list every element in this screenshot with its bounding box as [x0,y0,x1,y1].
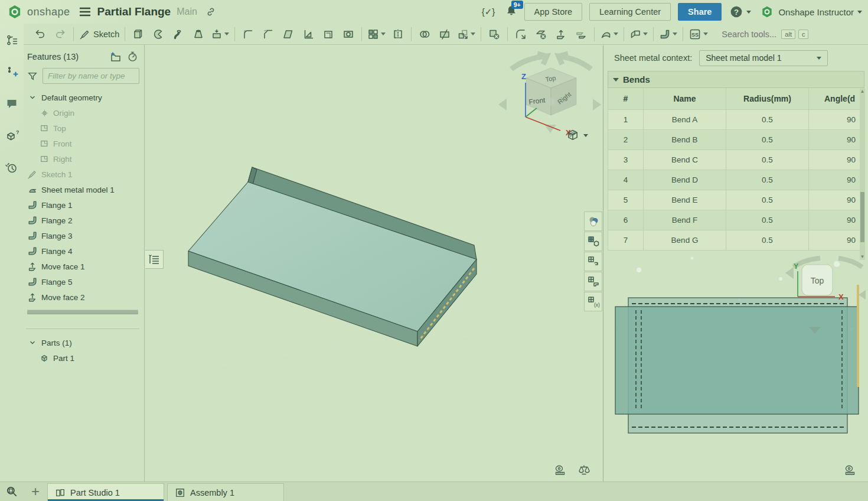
flat-measure-icon[interactable] [843,463,858,477]
history-button[interactable] [4,160,20,176]
feature-right[interactable]: Right [26,151,139,167]
search-tools-input[interactable] [722,30,778,39]
feature-flange-4[interactable]: Flange 4 [26,243,139,259]
feature-flange-3[interactable]: Flange 3 [26,228,139,243]
redo-button[interactable] [51,26,69,43]
share-button[interactable]: Share [678,3,722,21]
feature-move-face-2[interactable]: Move face 2 [26,289,139,305]
delete-part-button[interactable] [485,26,503,43]
onshape-logo-icon[interactable] [7,4,22,19]
thicken-button[interactable] [210,26,230,43]
bend-row-bend-f[interactable]: 6Bend F0.590 [608,210,864,230]
bend-row-bend-e[interactable]: 5Bend E0.590 [608,190,864,210]
transform-caret-icon[interactable] [471,32,475,35]
flat-view-cube[interactable]: Top [802,265,833,295]
hole-button[interactable] [340,26,357,43]
workspace-name[interactable]: Main [177,6,197,17]
flat-x-button[interactable]: (x) [584,292,602,311]
user-menu[interactable]: Onshape Instructor [761,5,862,18]
linear-pattern-caret-icon[interactable] [381,32,386,35]
scrollbar-thumb[interactable] [860,192,864,242]
versions-button[interactable] [4,32,20,48]
sheet-metal-button[interactable] [628,26,649,43]
modify-fillet-button[interactable] [512,26,530,43]
flat-pattern-shape[interactable] [615,285,859,433]
bend-row-bend-d[interactable]: 4Bend D0.590 [608,170,864,190]
fillet-button[interactable] [239,26,257,43]
part-1-model[interactable]: Top Front Right Z X [145,45,602,482]
flange-button[interactable] [658,26,678,43]
feature-sheet-metal-model-1[interactable]: Sheet metal model 1 [26,182,139,197]
thicken-caret-icon[interactable] [224,32,229,35]
help-menu[interactable]: ? [730,5,751,18]
draft-button[interactable] [279,26,297,43]
rib-button[interactable] [299,26,317,43]
sheet-metal-context-select[interactable]: Sheet metal model 1 [699,50,828,66]
search-tabs-button[interactable] [0,482,24,501]
extrude-button[interactable] [129,26,147,43]
move-face-button[interactable] [552,26,570,43]
help-cube-button[interactable]: ? [4,128,20,144]
sheet-metal-caret-icon[interactable] [643,32,648,35]
bends-scrollbar[interactable]: ▲ ▼ [860,89,865,260]
chamfer-button[interactable] [259,26,277,43]
sweep-button[interactable] [169,26,187,43]
transform-button[interactable] [456,26,477,43]
share-link-icon[interactable] [205,6,216,17]
split-button[interactable] [436,26,453,43]
feature-flange-1[interactable]: Flange 1 [26,197,139,213]
scroll-up-icon[interactable]: ▲ [860,89,865,95]
bend-row-bend-b[interactable]: 2Bend B0.590 [608,130,864,150]
revolve-button[interactable] [149,26,167,43]
sheet-metal-ss-button[interactable]: SS [687,26,709,43]
feature-default-geometry[interactable]: Default geometry [26,90,139,105]
flat-part-button[interactable] [584,272,602,291]
new-folder-icon[interactable] [109,51,121,62]
measure-icon[interactable] [553,463,568,477]
learning-center-button[interactable]: Learning Center [589,3,671,21]
feature-flange-5[interactable]: Flange 5 [26,274,139,289]
search-tools[interactable]: altc [722,30,808,39]
flange-caret-icon[interactable] [673,32,677,35]
new-tab-button[interactable]: + [24,482,47,501]
insert-version-button[interactable] [4,64,20,80]
feature-origin[interactable]: Origin [26,105,139,121]
app-store-button[interactable]: App Store [524,3,583,21]
bend-row-bend-a[interactable]: 1Bend A0.590 [608,110,864,130]
filter-icon[interactable] [27,71,38,82]
sheet-metal-ss-caret-icon[interactable] [703,32,708,35]
workflow-check-icon[interactable]: {✓} [481,5,496,19]
mass-properties-icon[interactable] [576,463,592,477]
boolean-button[interactable] [416,26,433,43]
surface-button[interactable] [599,26,619,43]
undo-button[interactable] [31,26,49,43]
flat-pattern-viewport[interactable]: Top Y X [603,246,868,482]
rollback-history-icon[interactable] [127,51,138,62]
document-menu-icon[interactable] [79,6,92,17]
tab-assembly-1[interactable]: Assembly 1 [167,483,284,501]
feature-front[interactable]: Front [26,136,139,151]
part-item-part-1[interactable]: Part 1 [26,350,139,366]
replace-face-button[interactable] [572,26,590,43]
comments-button[interactable] [4,96,20,112]
flat-viewcube-top-label[interactable]: Top [811,276,824,285]
panel-collapse-handle[interactable] [145,250,164,269]
rollback-bar[interactable] [27,310,138,314]
notifications-button[interactable]: 9+ [505,5,517,19]
bends-section-header[interactable]: Bends [608,71,864,88]
sketch-button[interactable]: Sketch [78,26,120,43]
mirror-button[interactable] [389,26,407,43]
model-viewport[interactable]: Top Front Right Z X (x) [145,45,602,482]
linear-pattern-button[interactable] [366,26,387,43]
view-cube[interactable]: Top Front Right [526,68,576,115]
surface-caret-icon[interactable] [614,32,618,35]
view-options-button[interactable] [566,128,588,142]
render-mode-button[interactable] [584,212,602,231]
flat-fold-button[interactable] [584,252,602,271]
loft-button[interactable] [190,26,207,43]
parts-section-header[interactable]: Parts (1) [26,335,139,350]
feature-top[interactable]: Top [26,121,139,136]
delete-face-button[interactable] [532,26,550,43]
filter-input[interactable] [43,68,139,84]
feature-sketch-1[interactable]: Sketch 1 [26,167,139,182]
